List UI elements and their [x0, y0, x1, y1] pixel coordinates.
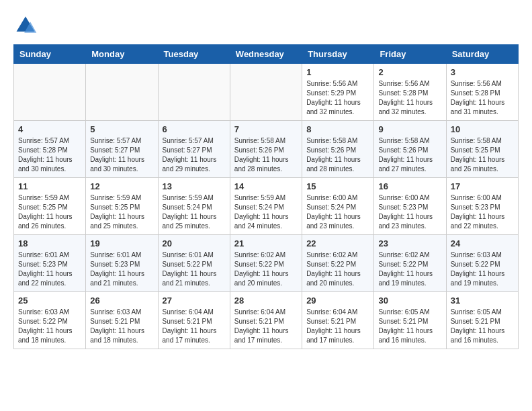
- day-number: 7: [234, 124, 298, 134]
- calendar-cell: [14, 64, 86, 121]
- cell-content: Sunrise: 6:04 AM Sunset: 5:21 PM Dayligh…: [306, 308, 369, 345]
- calendar-header-thursday: Thursday: [302, 45, 374, 64]
- cell-content: Sunrise: 5:59 AM Sunset: 5:25 PM Dayligh…: [90, 193, 153, 231]
- calendar-cell: 16Sunrise: 6:00 AM Sunset: 5:23 PM Dayli…: [374, 178, 446, 235]
- cell-content: Sunrise: 5:57 AM Sunset: 5:27 PM Dayligh…: [90, 136, 153, 174]
- calendar-cell: 22Sunrise: 6:02 AM Sunset: 5:22 PM Dayli…: [302, 235, 374, 292]
- day-number: 28: [234, 295, 298, 306]
- cell-content: Sunrise: 6:04 AM Sunset: 5:21 PM Dayligh…: [234, 308, 298, 345]
- calendar-cell: 26Sunrise: 6:03 AM Sunset: 5:21 PM Dayli…: [86, 292, 158, 349]
- calendar-cell: [86, 64, 158, 121]
- calendar-cell: 13Sunrise: 5:59 AM Sunset: 5:24 PM Dayli…: [158, 178, 230, 235]
- day-number: 11: [18, 181, 81, 191]
- calendar-cell: 5Sunrise: 5:57 AM Sunset: 5:27 PM Daylig…: [86, 121, 158, 178]
- calendar-week-row: 25Sunrise: 6:03 AM Sunset: 5:22 PM Dayli…: [14, 292, 519, 349]
- cell-content: Sunrise: 5:59 AM Sunset: 5:24 PM Dayligh…: [163, 193, 226, 231]
- day-number: 23: [378, 238, 441, 248]
- day-number: 17: [451, 181, 514, 191]
- cell-content: Sunrise: 6:00 AM Sunset: 5:23 PM Dayligh…: [378, 193, 441, 231]
- calendar-cell: 1Sunrise: 5:56 AM Sunset: 5:29 PM Daylig…: [302, 64, 374, 121]
- cell-content: Sunrise: 6:01 AM Sunset: 5:23 PM Dayligh…: [90, 250, 153, 288]
- cell-content: Sunrise: 5:58 AM Sunset: 5:25 PM Dayligh…: [451, 136, 514, 174]
- cell-content: Sunrise: 6:01 AM Sunset: 5:22 PM Dayligh…: [163, 250, 226, 288]
- cell-content: Sunrise: 6:00 AM Sunset: 5:24 PM Dayligh…: [306, 193, 369, 231]
- cell-content: Sunrise: 6:05 AM Sunset: 5:21 PM Dayligh…: [378, 308, 441, 345]
- cell-content: Sunrise: 5:56 AM Sunset: 5:28 PM Dayligh…: [451, 79, 514, 117]
- calendar-cell: 23Sunrise: 6:02 AM Sunset: 5:22 PM Dayli…: [374, 235, 446, 292]
- calendar-cell: 20Sunrise: 6:01 AM Sunset: 5:22 PM Dayli…: [158, 235, 230, 292]
- day-number: 20: [163, 238, 226, 248]
- page-header: [13, 13, 519, 38]
- cell-content: Sunrise: 5:58 AM Sunset: 5:26 PM Dayligh…: [378, 136, 441, 174]
- day-number: 22: [306, 238, 369, 248]
- day-number: 15: [306, 181, 369, 191]
- calendar-cell: 28Sunrise: 6:04 AM Sunset: 5:21 PM Dayli…: [230, 292, 302, 349]
- cell-content: Sunrise: 5:56 AM Sunset: 5:28 PM Dayligh…: [378, 79, 441, 117]
- calendar-header-wednesday: Wednesday: [230, 45, 302, 64]
- calendar-table: SundayMondayTuesdayWednesdayThursdayFrid…: [13, 44, 519, 349]
- cell-content: Sunrise: 5:58 AM Sunset: 5:26 PM Dayligh…: [234, 136, 298, 174]
- day-number: 14: [234, 181, 298, 191]
- calendar-cell: 9Sunrise: 5:58 AM Sunset: 5:26 PM Daylig…: [374, 121, 446, 178]
- calendar-cell: 29Sunrise: 6:04 AM Sunset: 5:21 PM Dayli…: [302, 292, 374, 349]
- cell-content: Sunrise: 5:56 AM Sunset: 5:29 PM Dayligh…: [306, 79, 369, 117]
- calendar-cell: 24Sunrise: 6:03 AM Sunset: 5:22 PM Dayli…: [446, 235, 518, 292]
- calendar-week-row: 11Sunrise: 5:59 AM Sunset: 5:25 PM Dayli…: [14, 178, 519, 235]
- cell-content: Sunrise: 5:59 AM Sunset: 5:24 PM Dayligh…: [234, 193, 298, 231]
- calendar-week-row: 4Sunrise: 5:57 AM Sunset: 5:28 PM Daylig…: [14, 121, 519, 178]
- day-number: 6: [163, 124, 226, 134]
- cell-content: Sunrise: 6:04 AM Sunset: 5:21 PM Dayligh…: [163, 308, 226, 345]
- calendar-cell: 25Sunrise: 6:03 AM Sunset: 5:22 PM Dayli…: [14, 292, 86, 349]
- day-number: 1: [306, 67, 369, 77]
- day-number: 30: [378, 295, 441, 306]
- calendar-cell: [158, 64, 230, 121]
- calendar-cell: 17Sunrise: 6:00 AM Sunset: 5:23 PM Dayli…: [446, 178, 518, 235]
- calendar-cell: 6Sunrise: 5:57 AM Sunset: 5:27 PM Daylig…: [158, 121, 230, 178]
- calendar-week-row: 1Sunrise: 5:56 AM Sunset: 5:29 PM Daylig…: [14, 64, 519, 121]
- cell-content: Sunrise: 5:59 AM Sunset: 5:25 PM Dayligh…: [18, 193, 81, 231]
- calendar-cell: 4Sunrise: 5:57 AM Sunset: 5:28 PM Daylig…: [14, 121, 86, 178]
- cell-content: Sunrise: 6:05 AM Sunset: 5:21 PM Dayligh…: [451, 308, 514, 345]
- calendar-cell: 10Sunrise: 5:58 AM Sunset: 5:25 PM Dayli…: [446, 121, 518, 178]
- calendar-week-row: 18Sunrise: 6:01 AM Sunset: 5:23 PM Dayli…: [14, 235, 519, 292]
- cell-content: Sunrise: 5:58 AM Sunset: 5:26 PM Dayligh…: [306, 136, 369, 174]
- cell-content: Sunrise: 6:02 AM Sunset: 5:22 PM Dayligh…: [378, 250, 441, 288]
- calendar-header-sunday: Sunday: [14, 45, 86, 64]
- calendar-cell: 27Sunrise: 6:04 AM Sunset: 5:21 PM Dayli…: [158, 292, 230, 349]
- calendar-header-row: SundayMondayTuesdayWednesdayThursdayFrid…: [14, 45, 519, 64]
- cell-content: Sunrise: 6:03 AM Sunset: 5:22 PM Dayligh…: [18, 308, 81, 345]
- day-number: 5: [90, 124, 153, 134]
- cell-content: Sunrise: 6:03 AM Sunset: 5:22 PM Dayligh…: [451, 250, 514, 288]
- day-number: 13: [163, 181, 226, 191]
- calendar-header-monday: Monday: [86, 45, 158, 64]
- day-number: 25: [18, 295, 81, 306]
- cell-content: Sunrise: 6:03 AM Sunset: 5:21 PM Dayligh…: [90, 308, 153, 345]
- calendar-header-tuesday: Tuesday: [158, 45, 230, 64]
- calendar-cell: 12Sunrise: 5:59 AM Sunset: 5:25 PM Dayli…: [86, 178, 158, 235]
- cell-content: Sunrise: 6:02 AM Sunset: 5:22 PM Dayligh…: [306, 250, 369, 288]
- day-number: 31: [451, 295, 514, 306]
- calendar-cell: 15Sunrise: 6:00 AM Sunset: 5:24 PM Dayli…: [302, 178, 374, 235]
- calendar-cell: 19Sunrise: 6:01 AM Sunset: 5:23 PM Dayli…: [86, 235, 158, 292]
- day-number: 12: [90, 181, 153, 191]
- calendar-cell: 18Sunrise: 6:01 AM Sunset: 5:23 PM Dayli…: [14, 235, 86, 292]
- cell-content: Sunrise: 6:02 AM Sunset: 5:22 PM Dayligh…: [234, 250, 298, 288]
- day-number: 9: [378, 124, 441, 134]
- day-number: 3: [451, 67, 514, 77]
- cell-content: Sunrise: 6:00 AM Sunset: 5:23 PM Dayligh…: [451, 193, 514, 231]
- calendar-cell: 30Sunrise: 6:05 AM Sunset: 5:21 PM Dayli…: [374, 292, 446, 349]
- calendar-cell: 21Sunrise: 6:02 AM Sunset: 5:22 PM Dayli…: [230, 235, 302, 292]
- calendar-cell: 7Sunrise: 5:58 AM Sunset: 5:26 PM Daylig…: [230, 121, 302, 178]
- day-number: 19: [90, 238, 153, 248]
- cell-content: Sunrise: 5:57 AM Sunset: 5:28 PM Dayligh…: [18, 136, 81, 174]
- day-number: 26: [90, 295, 153, 306]
- logo: [13, 13, 42, 38]
- day-number: 10: [451, 124, 514, 134]
- calendar-header-saturday: Saturday: [446, 45, 518, 64]
- cell-content: Sunrise: 6:01 AM Sunset: 5:23 PM Dayligh…: [18, 250, 81, 288]
- day-number: 2: [378, 67, 441, 77]
- day-number: 27: [163, 295, 226, 306]
- calendar-cell: 2Sunrise: 5:56 AM Sunset: 5:28 PM Daylig…: [374, 64, 446, 121]
- day-number: 8: [306, 124, 369, 134]
- cell-content: Sunrise: 5:57 AM Sunset: 5:27 PM Dayligh…: [163, 136, 226, 174]
